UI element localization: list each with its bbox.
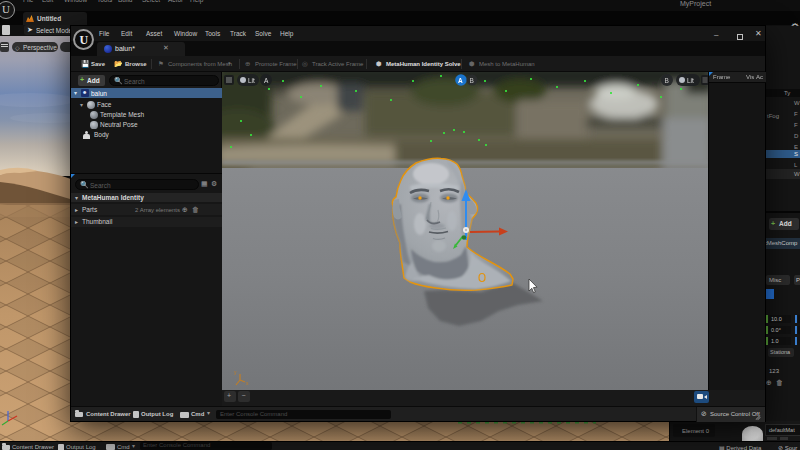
svg-text:B: B bbox=[665, 77, 669, 84]
svg-text:A: A bbox=[458, 77, 463, 84]
svg-text:B: B bbox=[470, 77, 474, 84]
svg-text:Lit: Lit bbox=[687, 77, 694, 84]
svg-text:A: A bbox=[264, 77, 269, 84]
svg-text:Lit: Lit bbox=[248, 77, 255, 84]
